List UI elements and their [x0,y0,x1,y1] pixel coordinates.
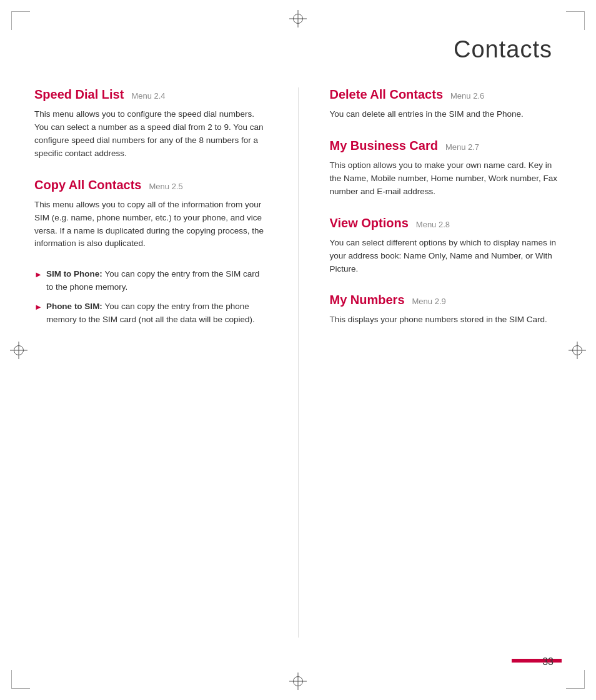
my-numbers-menu-num: Menu 2.9 [412,297,446,306]
left-column: Speed Dial List Menu 2.4 This menu allow… [34,87,276,638]
copy-contacts-body: This menu allows you to copy all of the … [34,199,267,251]
section-my-numbers: My Numbers Menu 2.9 This displays your p… [330,293,562,327]
my-numbers-title: My Numbers [330,293,405,307]
speed-dial-title: Speed Dial List [34,87,124,102]
business-card-title: My Business Card [330,139,438,153]
right-column: Delete All Contacts Menu 2.6 You can del… [320,87,562,638]
section-title-speed-dial: Speed Dial List Menu 2.4 [34,87,267,102]
section-title-copy-contacts: Copy All Contacts Menu 2.5 [34,178,267,192]
bullet-text-sim-to-phone: SIM to Phone: You can copy the entry fro… [46,268,267,294]
page-number: 33 [542,656,554,668]
section-speed-dial-list: Speed Dial List Menu 2.4 This menu allow… [34,87,267,160]
delete-contacts-title: Delete All Contacts [330,87,444,102]
crosshair-left [10,342,27,359]
delete-contacts-menu-num: Menu 2.6 [450,91,484,101]
section-title-view-options: View Options Menu 2.8 [330,216,562,230]
business-card-menu-num: Menu 2.7 [445,142,479,152]
section-title-business-card: My Business Card Menu 2.7 [330,139,562,153]
section-view-options: View Options Menu 2.8 You can select dif… [330,216,562,276]
content-area: Speed Dial List Menu 2.4 This menu allow… [34,87,562,638]
crosshair-bottom [289,673,307,690]
page-title: Contacts [454,36,552,63]
section-title-my-numbers: My Numbers Menu 2.9 [330,293,562,307]
corner-mark-tr [566,11,585,30]
column-divider [298,87,299,638]
corner-mark-br [566,670,585,689]
bullet-phone-to-sim: ► Phone to SIM: You can copy the entry f… [34,300,267,327]
bullet-sim-to-phone: ► SIM to Phone: You can copy the entry f… [34,268,267,294]
speed-dial-body: This menu allows you to configure the sp… [34,108,267,160]
corner-mark-bl [11,670,30,689]
corner-mark-tl [11,11,30,30]
phone-to-sim-label: Phone to SIM: [46,302,102,311]
speed-dial-menu-num: Menu 2.4 [131,91,165,101]
section-my-business-card: My Business Card Menu 2.7 This option al… [330,139,562,199]
view-options-title: View Options [330,216,409,230]
business-card-body: This option allows you to make your own … [330,159,562,199]
page: Contacts Speed Dial List Menu 2.4 This m… [0,0,596,700]
sim-to-phone-label: SIM to Phone: [46,269,102,279]
my-numbers-body: This displays your phone numbers stored … [330,313,562,327]
bullet-text-phone-to-sim: Phone to SIM: You can copy the entry fro… [46,300,267,327]
crosshair-top [289,10,307,27]
view-options-body: You can select different options by whic… [330,237,562,276]
bullet-arrow-1: ► [34,269,42,281]
view-options-menu-num: Menu 2.8 [416,220,450,229]
red-accent-bar [512,659,562,663]
bullet-arrow-2: ► [34,301,42,313]
copy-contacts-title: Copy All Contacts [34,178,142,192]
section-title-delete-contacts: Delete All Contacts Menu 2.6 [330,87,562,102]
delete-contacts-body: You can delete all entries in the SIM an… [330,108,562,121]
copy-contacts-menu-num: Menu 2.5 [149,182,183,191]
crosshair-right [569,342,586,359]
section-copy-all-contacts: Copy All Contacts Menu 2.5 This menu all… [34,178,267,327]
section-delete-all-contacts: Delete All Contacts Menu 2.6 You can del… [330,87,562,121]
